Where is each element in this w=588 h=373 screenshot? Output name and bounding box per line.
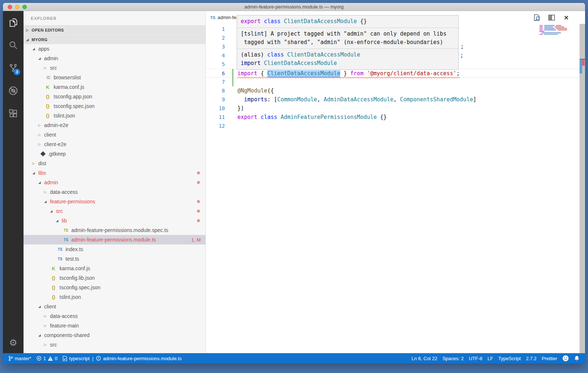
linter-status[interactable]: typescript | admin-feature-permissions.m… <box>60 353 184 363</box>
tree-item-index-ts[interactable]: TSindex.ts <box>24 245 205 254</box>
chevron-expanded-icon: ◢ <box>32 171 38 175</box>
tree-item-client[interactable]: ◢client <box>24 302 205 311</box>
tslint-icon <box>62 356 67 361</box>
karma-file-icon: K <box>52 266 60 271</box>
tree-item-apps[interactable]: ◢apps <box>24 44 205 54</box>
tree-item-karma-conf-js[interactable]: Kkarma.conf.js <box>24 82 205 92</box>
line-number: 5 <box>206 60 225 69</box>
tree-item-label: feature-permissions <box>50 199 95 204</box>
tree-item-client[interactable]: ▷client <box>24 130 205 140</box>
minimap-line <box>539 34 570 35</box>
tree-item-libs[interactable]: ◢libs <box>24 168 205 178</box>
tree-item-lib[interactable]: ◢lib <box>24 216 205 225</box>
typescript-file-icon: TS <box>58 257 65 261</box>
tree-item-data-access[interactable]: ▷data-access <box>24 311 205 321</box>
minimap-line <box>539 26 570 28</box>
minimap-line <box>539 31 570 32</box>
overview-modified-marker <box>580 59 582 73</box>
tree-item-src[interactable]: ▷src <box>24 340 205 350</box>
git-branch-indicator[interactable]: master* <box>6 353 34 363</box>
minimap-line <box>539 32 570 33</box>
modified-dot-icon <box>197 171 200 174</box>
hover-lint-message: [tslint] A project tagged with "admin" c… <box>237 28 458 48</box>
language-indicator[interactable]: TypeScript <box>496 353 523 363</box>
modified-dot-icon <box>197 181 200 184</box>
version-indicator[interactable]: 2.7.2 <box>523 353 539 363</box>
code-line-7[interactable]: 7 <box>206 77 580 86</box>
notifications-bell-icon[interactable] <box>571 353 582 363</box>
code-line-11[interactable]: 11export class AdminFeaturePermissionsMo… <box>206 113 580 122</box>
tree-item-src[interactable]: ◢src <box>24 206 205 216</box>
line-col-indicator[interactable]: Ln 6, Col 22 <box>409 353 440 363</box>
encoding-indicator[interactable]: UTF-8 <box>466 353 485 363</box>
line-number: 8 <box>206 86 225 95</box>
tree-item-client-e2e[interactable]: ▷client-e2e <box>24 140 205 149</box>
tree-item-admin[interactable]: ◢admin <box>24 178 205 187</box>
tree-item-admin-feature-permissions-module-ts[interactable]: TSadmin-feature-permissions.module.ts1, … <box>24 235 205 245</box>
code-area[interactable]: 123;4';56import { ClientDataAccessModule… <box>206 24 580 353</box>
tree-item-label: tsconfig.spec.json <box>54 103 94 109</box>
code-line-6[interactable]: 6import { ClientDataAccessModule } from … <box>206 69 580 77</box>
hover-signature: export class ClientDataAccessModule {} <box>237 15 458 28</box>
tree-item-tsconfig-spec-json[interactable]: {}tsconfig.spec.json <box>24 283 205 292</box>
tree-item-browserslist[interactable]: browserslist <box>24 73 205 82</box>
split-editor-icon[interactable] <box>548 14 556 22</box>
tree-item-tsconfig-lib-json[interactable]: {}tsconfig.lib.json <box>24 273 205 283</box>
tree-item-gitkeep[interactable]: .gitkeep <box>24 149 205 159</box>
open-editors-section-header[interactable]: ▷ OPEN EDITORS <box>24 25 205 35</box>
feedback-smiley-icon[interactable] <box>560 353 571 363</box>
tree-item-tslint-json[interactable]: {}tslint.json <box>24 292 205 302</box>
open-changes-icon[interactable] <box>533 14 541 22</box>
search-icon[interactable] <box>3 34 24 57</box>
tree-item-src[interactable]: ▷src <box>24 63 205 73</box>
tree-item-label: lib <box>62 218 67 224</box>
tree-item-label: feature-main <box>50 323 79 329</box>
modified-dot-icon <box>197 210 200 213</box>
close-editor-icon[interactable]: ✕ <box>562 14 570 22</box>
tree-item-admin[interactable]: ◢admin <box>24 54 205 63</box>
eol-indicator[interactable]: LF <box>485 353 496 363</box>
workspace-root-section-header[interactable]: ◢ MYORG <box>24 35 205 44</box>
typescript-file-icon: TS <box>64 238 71 242</box>
code-line-8[interactable]: 8@NgModule({ <box>206 86 580 95</box>
tree-item-label: src <box>50 65 57 71</box>
tree-item-components-shared[interactable]: ◢components-shared <box>24 330 205 340</box>
source-control-icon[interactable]: 3 <box>3 57 24 79</box>
activity-bar: 3 ⚙ <box>3 11 24 353</box>
explorer-icon[interactable] <box>3 11 24 34</box>
tree-item-data-access[interactable]: ▷data-access <box>24 187 205 197</box>
file-tree: ◢apps◢admin▷srcbrowserslistKkarma.conf.j… <box>24 44 205 350</box>
tree-item-test-ts[interactable]: TStest.ts <box>24 254 205 264</box>
tree-item-admin-e2e[interactable]: ▷admin-e2e <box>24 120 205 130</box>
code-line-12[interactable]: 12 <box>206 122 580 130</box>
chevron-expanded-icon: ◢ <box>56 219 62 222</box>
problems-indicator[interactable]: 1 0 <box>34 353 60 363</box>
settings-gear-icon[interactable]: ⚙ <box>3 337 24 348</box>
chevron-collapsed-icon: ▷ <box>44 343 50 347</box>
scrollbar[interactable] <box>580 24 585 353</box>
minimap[interactable] <box>539 25 570 35</box>
code-line-10[interactable]: 10}) <box>206 104 580 113</box>
tree-item-admin-feature-permissions-module-spec-ts[interactable]: TSadmin-feature-permissions.module.spec.… <box>24 225 205 235</box>
tree-item-tslint-json[interactable]: {}tslint.json <box>24 111 205 120</box>
status-bar: master* 1 0 typescript | admin-feature-p… <box>3 353 585 363</box>
tree-item-tsconfig-spec-json[interactable]: {}tsconfig.spec.json <box>24 101 205 111</box>
tree-item-feature-main[interactable]: ▷feature-main <box>24 321 205 330</box>
git-status-badge: 1, M <box>191 237 205 243</box>
tree-item-label: karma.conf.js <box>60 265 90 271</box>
tree-item-label: tslint.json <box>60 294 81 300</box>
tree-item-dist[interactable]: ▷dist <box>24 159 205 168</box>
formatter-indicator[interactable]: Prettier <box>539 353 560 363</box>
tree-item-label: apps <box>38 46 49 52</box>
tree-item-tsconfig-app-json[interactable]: {}tsconfig.app.json <box>24 92 205 101</box>
tree-item-feature-permissions[interactable]: ◢feature-permissions <box>24 197 205 206</box>
highlighted-symbol[interactable]: ClientDataAccessModule <box>267 70 340 77</box>
indent-indicator[interactable]: Spaces: 2 <box>440 353 466 363</box>
debug-icon[interactable] <box>3 79 24 102</box>
line-number: 6 <box>206 69 225 77</box>
json-file-icon: {} <box>52 294 60 300</box>
code-line-9[interactable]: 9 imports: [CommonModule, AdminDataAcces… <box>206 95 580 104</box>
error-icon <box>36 356 42 361</box>
extensions-icon[interactable] <box>3 102 24 125</box>
tree-item-karma-conf-js[interactable]: Kkarma.conf.js <box>24 264 205 273</box>
